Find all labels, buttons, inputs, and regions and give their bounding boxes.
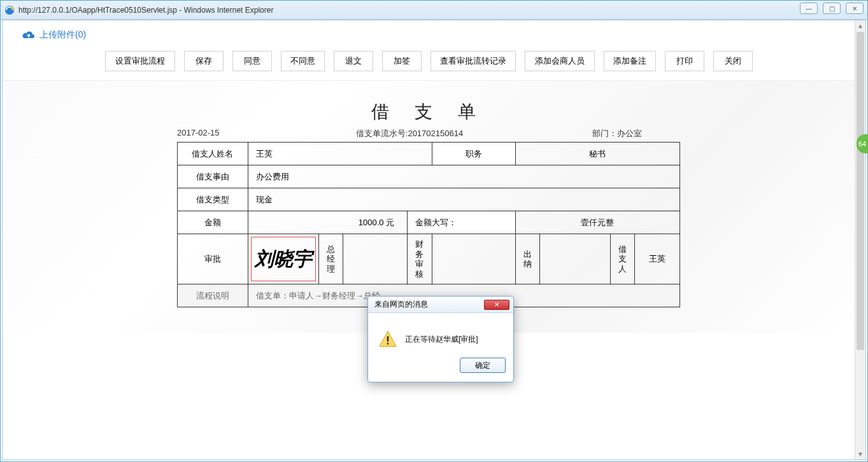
save-button[interactable]: 保存 bbox=[184, 51, 224, 71]
add-person-button[interactable]: 添加会商人员 bbox=[525, 51, 595, 71]
row-type: 借支类型 现金 bbox=[178, 188, 680, 211]
label-approve: 审批 bbox=[178, 234, 248, 284]
browser-window: http://127.0.0.1/OAapp/HtTrace0510Servle… bbox=[0, 0, 868, 462]
form-inner: 借 支 单 2017-02-15 借支单流水号:201702150614 部门：… bbox=[177, 100, 680, 307]
scrollbar[interactable]: ▲ ▼ bbox=[855, 20, 865, 459]
svg-point-1 bbox=[11, 7, 13, 10]
maximize-button[interactable]: ▢ bbox=[823, 3, 841, 14]
form-serial: 借支单流水号:201702150614 bbox=[332, 128, 487, 139]
svg-rect-3 bbox=[387, 343, 389, 345]
set-flow-button[interactable]: 设置审批流程 bbox=[105, 51, 175, 71]
toolbar: 设置审批流程 保存 同意 不同意 退文 加签 查看审批流转记录 添加会商人员 添… bbox=[3, 46, 855, 81]
label-borrower: 借支人 bbox=[610, 234, 634, 284]
row-approval: 审批 刘晓宇 总经理 财务审核 出纳 借支人 王英 bbox=[178, 234, 680, 284]
value-job: 秘书 bbox=[515, 143, 679, 165]
upload-attachment-link[interactable]: 上传附件(0) bbox=[22, 29, 86, 41]
return-button[interactable]: 退文 bbox=[334, 51, 373, 71]
agree-button[interactable]: 同意 bbox=[232, 51, 272, 71]
dialog-footer: 确定 bbox=[368, 358, 513, 382]
label-finreview: 财务审核 bbox=[408, 234, 432, 284]
print-button[interactable]: 打印 bbox=[665, 51, 704, 71]
value-borrower: 王英 bbox=[635, 234, 680, 284]
ie-icon bbox=[4, 5, 15, 15]
dialog-titlebar: 来自网页的消息 ✕ bbox=[368, 297, 513, 313]
scroll-down-arrow[interactable]: ▼ bbox=[855, 449, 865, 459]
upload-label: 上传附件(0) bbox=[39, 29, 86, 41]
minimize-button[interactable]: — bbox=[800, 3, 818, 14]
window-title: http://127.0.0.1/OAapp/HtTrace0510Servle… bbox=[18, 6, 273, 15]
dialog-body: 正在等待赵华威[审批] bbox=[368, 313, 513, 358]
label-type: 借支类型 bbox=[178, 188, 248, 211]
value-type: 现金 bbox=[248, 188, 679, 211]
alert-dialog: 来自网页的消息 ✕ 正在等待赵华威[审批] 确定 bbox=[367, 296, 514, 382]
close-button[interactable]: 关闭 bbox=[713, 51, 753, 71]
dialog-message: 正在等待赵华威[审批] bbox=[405, 334, 478, 345]
add-note-button[interactable]: 添加备注 bbox=[604, 51, 656, 71]
cell-finreview-signature bbox=[432, 234, 515, 284]
scroll-up-arrow[interactable]: ▲ bbox=[855, 20, 865, 31]
dialog-title-text: 来自网页的消息 bbox=[374, 299, 428, 310]
disagree-button[interactable]: 不同意 bbox=[281, 51, 325, 71]
label-gm: 总经理 bbox=[318, 234, 343, 284]
warning-icon bbox=[378, 330, 397, 349]
close-window-button[interactable]: ✕ bbox=[846, 3, 864, 14]
page-content: 上传附件(0) 设置审批流程 保存 同意 不同意 退文 加签 查看审批流转记录 … bbox=[3, 20, 855, 459]
form-meta-row: 2017-02-15 借支单流水号:201702150614 部门：办公室 bbox=[177, 128, 680, 139]
label-amount: 金额 bbox=[178, 211, 248, 234]
window-title-bar: http://127.0.0.1/OAapp/HtTrace0510Servle… bbox=[1, 1, 867, 20]
cell-approval-signature: 刘晓宇 bbox=[248, 234, 318, 284]
countersign-button[interactable]: 加签 bbox=[382, 51, 422, 71]
value-amount-cn: 壹仟元整 bbox=[515, 211, 679, 234]
cell-gm-signature bbox=[343, 234, 408, 284]
svg-rect-2 bbox=[387, 336, 389, 341]
label-job: 职务 bbox=[432, 143, 515, 165]
row-reason: 借支事由 办公费用 bbox=[178, 165, 680, 188]
scroll-thumb[interactable] bbox=[857, 32, 864, 350]
loan-form-table: 借支人姓名 王英 职务 秘书 借支事由 办公费用 借支类型 现金 bbox=[177, 142, 680, 307]
label-name: 借支人姓名 bbox=[178, 143, 248, 165]
window-controls: — ▢ ✕ bbox=[800, 3, 864, 14]
label-amount-cn: 金额大写： bbox=[408, 211, 515, 234]
dialog-ok-button[interactable]: 确定 bbox=[460, 358, 506, 373]
row-name: 借支人姓名 王英 职务 秘书 bbox=[178, 143, 680, 165]
cell-cashier-signature bbox=[540, 234, 611, 284]
form-title: 借 支 单 bbox=[177, 100, 680, 128]
viewport: 上传附件(0) 设置审批流程 保存 同意 不同意 退文 加签 查看审批流转记录 … bbox=[2, 20, 866, 460]
value-reason: 办公费用 bbox=[248, 165, 679, 188]
form-area: 借 支 单 2017-02-15 借支单流水号:201702150614 部门：… bbox=[3, 81, 855, 333]
view-log-button[interactable]: 查看审批流转记录 bbox=[430, 51, 516, 71]
row-amount: 金额 1000.0 元 金额大写： 壹仟元整 bbox=[178, 211, 680, 234]
cloud-upload-icon bbox=[22, 30, 36, 40]
form-date: 2017-02-15 bbox=[177, 128, 332, 139]
label-flow: 流程说明 bbox=[178, 284, 248, 307]
value-name: 王英 bbox=[248, 143, 432, 165]
upload-row: 上传附件(0) bbox=[3, 20, 855, 46]
label-cashier: 出纳 bbox=[515, 234, 539, 284]
form-dept: 部门：办公室 bbox=[487, 128, 680, 139]
approval-signature: 刘晓宇 bbox=[251, 237, 316, 281]
label-reason: 借支事由 bbox=[178, 165, 248, 188]
value-amount: 1000.0 元 bbox=[248, 211, 407, 234]
dialog-close-button[interactable]: ✕ bbox=[484, 300, 509, 310]
